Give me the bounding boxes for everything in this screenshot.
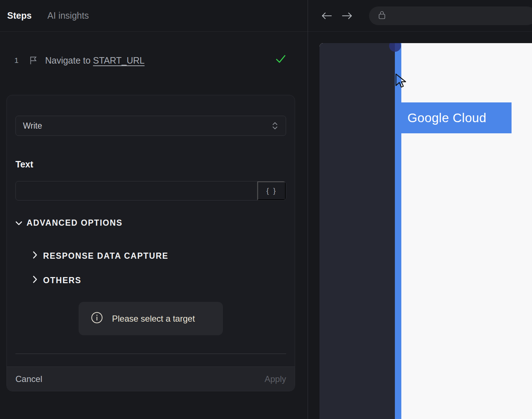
select-chevrons-icon — [271, 121, 279, 130]
step-label: Navigate to START_URL — [45, 55, 145, 66]
tab-ai-insights[interactable]: AI insights — [47, 10, 89, 21]
action-select-value: Write — [23, 121, 42, 131]
apply-button[interactable]: Apply — [265, 374, 286, 384]
tab-steps[interactable]: Steps — [7, 10, 32, 21]
response-data-capture-label: RESPONSE DATA CAPTURE — [43, 251, 168, 261]
back-arrow-icon[interactable] — [321, 11, 333, 22]
forward-arrow-icon[interactable] — [341, 11, 353, 22]
response-data-capture-toggle[interactable]: RESPONSE DATA CAPTURE — [33, 251, 168, 261]
text-field-label: Text — [15, 159, 33, 170]
info-icon — [91, 312, 103, 326]
webpage-preview[interactable]: Google Cloud — [319, 43, 532, 419]
step-editor-card: Write Text { } ADVANCED OPTIONS — [6, 95, 295, 391]
left-topbar: Steps AI insights — [0, 0, 308, 32]
webpage-dark-sidebar — [319, 43, 395, 419]
steps-panel: Steps AI insights 1 Navigate to START_UR… — [0, 0, 308, 419]
editor-footer: Cancel Apply — [7, 367, 295, 391]
step-row[interactable]: 1 Navigate to START_URL — [0, 50, 308, 70]
others-label: OTHERS — [43, 276, 81, 285]
highlighted-element-text: Google Cloud — [407, 111, 486, 125]
step-label-prefix: Navigate to — [45, 55, 93, 65]
browser-panel: Google Cloud — [308, 0, 532, 419]
chevron-right-icon — [33, 276, 37, 285]
select-target-notice: Please select a target — [79, 302, 223, 335]
others-toggle[interactable]: OTHERS — [33, 276, 81, 285]
address-bar[interactable] — [369, 6, 532, 25]
highlighted-element[interactable]: Google Cloud — [395, 102, 512, 133]
select-target-notice-text: Please select a target — [112, 314, 195, 324]
step-start-url-link[interactable]: START_URL — [93, 55, 145, 65]
footer-divider — [15, 354, 286, 354]
lock-icon — [378, 10, 386, 21]
check-icon — [275, 54, 286, 65]
flag-icon — [29, 56, 38, 65]
action-select[interactable]: Write — [15, 116, 286, 136]
step-number: 1 — [14, 56, 19, 65]
chevron-right-icon — [33, 251, 37, 261]
element-highlight-stripe — [395, 43, 401, 419]
text-input[interactable] — [16, 181, 257, 200]
browser-viewport: Google Cloud — [308, 32, 532, 419]
variables-braces-button[interactable]: { } — [257, 181, 286, 200]
chevron-down-icon — [15, 218, 22, 228]
advanced-options-label: ADVANCED OPTIONS — [27, 218, 122, 228]
browser-topbar — [308, 0, 532, 32]
text-input-group: { } — [15, 181, 286, 201]
advanced-options-toggle[interactable]: ADVANCED OPTIONS — [15, 218, 122, 228]
cancel-button[interactable]: Cancel — [15, 374, 42, 384]
cursor-icon — [395, 73, 407, 91]
